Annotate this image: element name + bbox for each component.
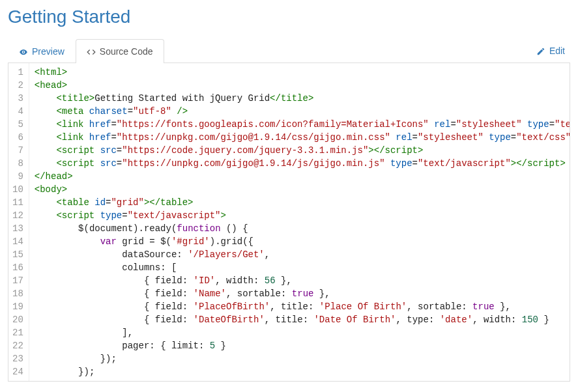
tab-preview-label: Preview [32, 46, 65, 57]
code-line: <head> [35, 79, 564, 92]
page-title: Getting Started [8, 0, 570, 39]
code-line: <body> [35, 183, 564, 196]
tab-preview[interactable]: Preview [8, 39, 76, 63]
tab-source-label: Source Code [100, 46, 153, 57]
code-line: </head> [35, 170, 564, 183]
code-icon [87, 46, 96, 57]
edit-label: Edit [549, 46, 565, 56]
code-content: <html><head> <title>Getting Started with… [29, 63, 570, 381]
line-gutter: 123456789101112131415161718192021222324 [8, 63, 29, 381]
code-line: <script src="https://unpkg.com/gijgo@1.9… [35, 157, 564, 170]
code-line: columns: [ [35, 261, 564, 274]
code-line: <html> [35, 66, 564, 79]
code-line: <table id="grid"></table> [35, 196, 564, 209]
code-line: dataSource: '/Players/Get', [35, 248, 564, 261]
code-line: ], [35, 326, 564, 339]
code-line: { field: 'PlaceOfBirth', title: 'Place O… [35, 300, 564, 313]
tab-source[interactable]: Source Code [76, 39, 164, 63]
edit-button[interactable]: Edit [536, 39, 570, 63]
tab-bar: Preview Source Code Edit [8, 39, 570, 63]
code-line: { field: 'ID', width: 56 }, [35, 274, 564, 287]
code-line: <link href="https://unpkg.com/gijgo@1.9.… [35, 131, 564, 144]
code-line: }); [35, 352, 564, 365]
code-line: <meta charset="utf-8" /> [35, 105, 564, 118]
code-line: }); [35, 365, 564, 378]
code-line: <script type="text/javascript"> [35, 209, 564, 222]
code-line: var grid = $('#grid').grid({ [35, 235, 564, 248]
code-line: { field: 'Name', sortable: true }, [35, 287, 564, 300]
code-line: <link href="https://fonts.googleapis.com… [35, 118, 564, 131]
eye-icon [19, 46, 28, 57]
pencil-icon [536, 46, 545, 56]
code-line: $(document).ready(function () { [35, 222, 564, 235]
code-line: <script src="https://code.jquery.com/jqu… [35, 144, 564, 157]
code-line: pager: { limit: 5 } [35, 339, 564, 352]
code-line: { field: 'DateOfBirth', title: 'Date Of … [35, 313, 564, 326]
code-editor[interactable]: 123456789101112131415161718192021222324 … [8, 63, 570, 382]
code-line: <title>Getting Started with jQuery Grid<… [35, 92, 564, 105]
